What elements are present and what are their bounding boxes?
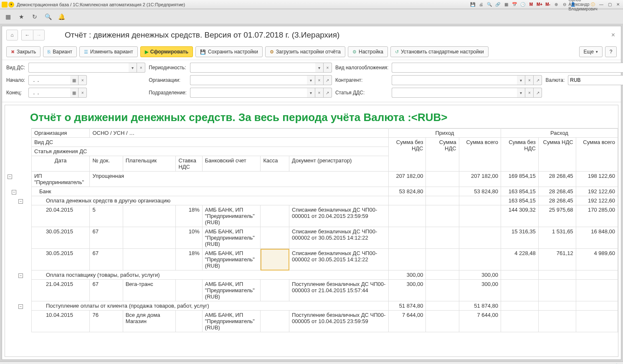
m-minus-icon[interactable]: M- <box>544 1 551 8</box>
app-icon <box>2 2 8 8</box>
minimize-icon[interactable]: — <box>598 1 605 8</box>
currency-label: Валюта: <box>545 77 565 83</box>
m-icon[interactable]: M <box>528 1 534 8</box>
edit-icon: ☰ <box>84 49 88 55</box>
division-dropdown[interactable]: ▾ <box>307 88 315 98</box>
clock-icon[interactable]: 🕓 <box>519 1 526 8</box>
tax-input[interactable] <box>392 63 623 73</box>
start-calendar-icon[interactable]: ▦ <box>70 75 79 85</box>
org-dropdown[interactable]: ▾ <box>307 75 315 85</box>
save-icon[interactable]: 💾 <box>469 1 476 8</box>
history-icon[interactable]: ↻ <box>31 13 38 20</box>
link-icon[interactable]: 🔗 <box>494 1 501 8</box>
table-row[interactable]: − Поступление оплаты от клиента (продажа… <box>5 301 618 311</box>
zoom-in-icon[interactable]: ⊕ <box>553 1 560 8</box>
contragent-dropdown[interactable]: ▾ <box>517 75 525 85</box>
table-row[interactable]: − ИП "Предприниматель" Упрощенная 207 18… <box>5 172 618 187</box>
bell-icon[interactable]: 🔔 <box>58 13 65 20</box>
period-input[interactable] <box>190 63 315 73</box>
col-ex-vat: Сумма НДС <box>538 138 576 172</box>
tree-toggle[interactable]: − <box>18 304 23 309</box>
close-tab-icon[interactable]: × <box>610 30 617 40</box>
end-clear[interactable]: × <box>79 88 87 98</box>
calc-icon[interactable]: ▦ <box>503 1 509 8</box>
tax-label: Вид налогообложения: <box>335 65 389 71</box>
load-settings-button[interactable]: ⚙Загрузить настройки отчёта <box>265 46 345 57</box>
close-button[interactable]: ✖Закрыть <box>6 46 41 57</box>
nav-bar: ⌂ ← → Отчёт : движения денежных средств.… <box>2 26 621 44</box>
help-button[interactable]: ? <box>605 46 617 57</box>
start-clear[interactable]: × <box>79 75 87 85</box>
apps-icon[interactable]: ▦ <box>4 13 12 20</box>
more-button[interactable]: Еще ▾ <box>579 46 603 57</box>
org-input[interactable] <box>190 75 307 85</box>
start-label: Начало: <box>6 77 25 83</box>
dds-open[interactable]: ↗ <box>534 88 542 98</box>
period-clear[interactable]: × <box>324 63 332 73</box>
contragent-open[interactable]: ↗ <box>534 75 542 85</box>
vid-ds-dropdown[interactable]: ▾ <box>129 63 137 73</box>
table-row[interactable]: − Оплата денежных средств в другую орган… <box>5 196 618 205</box>
maximize-icon[interactable]: ▢ <box>606 1 613 8</box>
table-row[interactable]: 20.04.2015518% АМБ БАНК, ИП "Предпринима… <box>5 205 618 227</box>
end-label: Конец: <box>6 90 25 96</box>
end-calendar-icon[interactable]: ▦ <box>70 88 79 98</box>
hdr-income: Приход <box>388 129 501 138</box>
dds-clear[interactable]: × <box>525 88 534 98</box>
tree-toggle[interactable]: − <box>18 273 23 278</box>
table-row[interactable]: − Оплата поставщику (товары, работы, усл… <box>5 270 618 280</box>
currency-input[interactable] <box>568 75 623 85</box>
close-window-icon[interactable]: ✕ <box>615 1 621 8</box>
calendar-icon[interactable]: 📅 <box>511 1 518 8</box>
hdr-expense: Расход <box>501 129 618 138</box>
contragent-input[interactable] <box>392 75 517 85</box>
forward-button[interactable]: → <box>33 30 45 40</box>
generate-button[interactable]: ▶Сформировать <box>140 46 193 57</box>
back-button[interactable]: ← <box>21 30 33 40</box>
default-settings-label: Установить стандартные настройки <box>401 49 484 55</box>
table-row[interactable]: 21.04.201567Вега-транс АМБ БАНК, ИП "Пре… <box>5 280 618 301</box>
title-dropdown-icon[interactable]: ▾ <box>8 2 14 8</box>
table-row[interactable]: 10.04.201576Все для дома Магазин АМБ БАН… <box>5 311 618 332</box>
table-row[interactable]: 30.05.20156710% АМБ БАНК, ИП "Предприним… <box>5 227 618 249</box>
end-input[interactable] <box>28 88 70 98</box>
info-icon[interactable]: ⓘ <box>590 1 596 8</box>
col-ex-total: Сумма всего <box>576 138 618 172</box>
org-open[interactable]: ↗ <box>324 75 332 85</box>
hdr-tax: ОСНО / УСН / … <box>90 129 388 138</box>
col-doc: Документ (регистратор) <box>289 156 389 172</box>
division-open[interactable]: ↗ <box>324 88 332 98</box>
search-icon[interactable]: 🔍 <box>44 13 52 20</box>
variant-button[interactable]: ⎘Вариант <box>43 46 77 57</box>
selected-cell[interactable] <box>261 249 289 270</box>
default-settings-button[interactable]: ↺Установить стандартные настройки <box>390 46 489 57</box>
m-plus-icon[interactable]: M+ <box>536 1 543 8</box>
dds-input[interactable] <box>392 88 517 98</box>
start-input[interactable] <box>28 75 70 85</box>
division-input[interactable] <box>190 88 307 98</box>
home-button[interactable]: ⌂ <box>6 30 18 40</box>
print-icon[interactable]: 🖨 <box>478 1 484 8</box>
star-icon[interactable]: ★ <box>18 13 25 20</box>
report-area[interactable]: Отчёт о движении денежных средств. За ве… <box>5 105 618 357</box>
period-dropdown[interactable]: ▾ <box>315 63 324 73</box>
settings-button[interactable]: ⚙Настройка <box>348 46 388 57</box>
preview-icon[interactable]: 🔍 <box>486 1 493 8</box>
save-settings-button[interactable]: 💾Сохранить настройки <box>195 46 263 57</box>
zoom-out-icon[interactable]: ⊖ <box>561 1 568 8</box>
tree-toggle[interactable]: − <box>8 174 12 179</box>
edit-variant-button[interactable]: ☰Изменить вариант <box>79 46 138 57</box>
tree-toggle[interactable]: − <box>18 199 23 204</box>
division-clear[interactable]: × <box>315 88 324 98</box>
dds-dropdown[interactable]: ▾ <box>517 88 525 98</box>
org-clear[interactable]: × <box>315 75 324 85</box>
table-row[interactable]: − Банк 53 824,8053 824,80 163 854,1528 2… <box>5 187 618 196</box>
vid-ds-clear[interactable]: × <box>137 63 145 73</box>
table-row[interactable]: 30.05.20156718% АМБ БАНК, ИП "Предприним… <box>5 249 618 270</box>
contragent-clear[interactable]: × <box>525 75 534 85</box>
vid-ds-input[interactable] <box>28 63 129 73</box>
tree-toggle[interactable]: − <box>12 190 16 195</box>
app-toolbar: ▦ ★ ↻ 🔍 🔔 <box>0 9 623 24</box>
report-title: Отчёт о движении денежных средств. За ве… <box>5 105 618 128</box>
gear-icon: ⚙ <box>352 49 357 55</box>
